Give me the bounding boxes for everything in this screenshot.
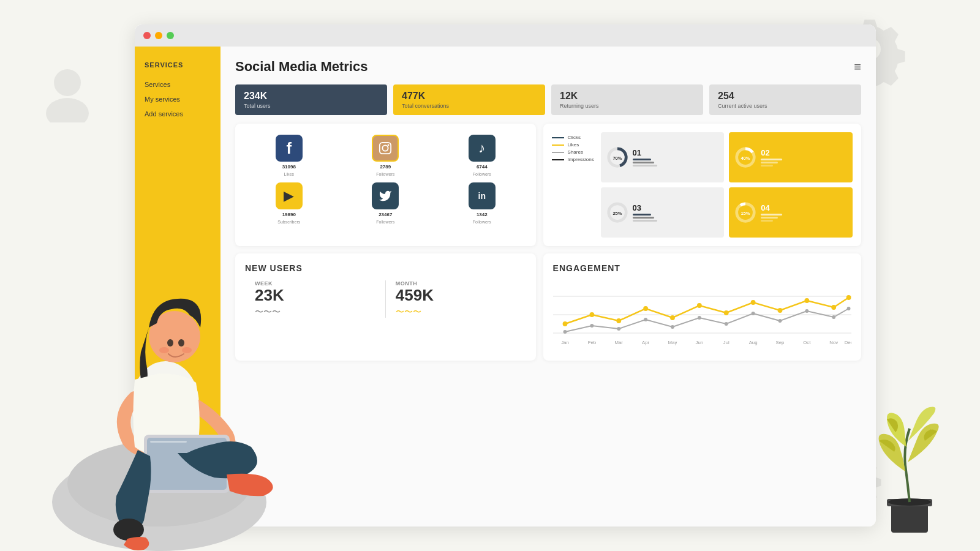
svg-point-26	[670, 315, 675, 320]
svg-text:Jun: Jun	[695, 340, 703, 345]
social-item-linkedin: in 1342 Followers	[437, 182, 527, 224]
tiktok-label: Followers	[473, 172, 491, 176]
svg-point-29	[750, 300, 755, 305]
month-stat-col: MONTH 459K 〜〜〜	[386, 280, 526, 318]
svg-point-27	[696, 303, 701, 308]
linkedin-count: 1342	[477, 212, 488, 217]
svg-point-37	[644, 318, 647, 321]
svg-point-45	[846, 307, 850, 310]
social-item-facebook: f 31098 Likes	[244, 135, 334, 176]
social-item-twitter: 23467 Followers	[341, 182, 431, 224]
svg-point-39	[697, 316, 701, 320]
svg-text:Mar: Mar	[614, 340, 623, 345]
facebook-count: 31098	[282, 164, 296, 170]
stat-card-active: 254 Current active users	[709, 84, 861, 115]
sidebar-title: SERVICES	[145, 61, 211, 69]
svg-point-24	[616, 318, 621, 323]
legend-line-shares	[552, 152, 564, 153]
svg-text:May: May	[668, 340, 677, 345]
legend: Clicks Likes Shares Impressions	[552, 132, 595, 233]
svg-point-33	[846, 295, 851, 300]
svg-point-42	[778, 319, 782, 323]
plant-illustration	[864, 398, 956, 533]
donut-cell-04: 15% 04	[729, 187, 853, 238]
svg-text:Sep: Sep	[775, 340, 784, 345]
sidebar-item-add-services[interactable]: Add services	[145, 110, 211, 118]
instagram-icon	[372, 135, 399, 162]
engagement-chart-svg: Jan Feb Mar Apr May Jun Jul Aug Sep Oct …	[553, 278, 851, 345]
month-trend-icon: 〜〜〜	[396, 307, 516, 318]
svg-text:Jul: Jul	[723, 340, 729, 345]
svg-point-43	[805, 309, 809, 313]
donut-cell-02: 40% 02	[729, 132, 853, 182]
donut-chart-01: 70%	[606, 146, 629, 169]
svg-point-34	[563, 330, 567, 334]
svg-point-31	[804, 298, 809, 303]
stat-number-total-users: 234K	[244, 91, 379, 102]
middle-panels-row: f 31098 Likes 2789 Followers ♪	[235, 124, 861, 246]
donut-num-03: 03	[633, 203, 657, 212]
twitter-icon	[372, 182, 399, 209]
metrics-panel: Clicks Likes Shares Impressions	[543, 124, 861, 246]
donut-num-04: 04	[761, 203, 782, 212]
window-close-dot[interactable]	[143, 32, 151, 39]
legend-line-impressions	[552, 159, 564, 160]
donut-cell-03: 25% 03	[601, 187, 725, 238]
stat-label-active: Current active users	[718, 103, 853, 109]
hamburger-menu-icon[interactable]: ≡	[854, 60, 861, 74]
svg-text:Apr: Apr	[642, 340, 649, 345]
svg-text:40%: 40%	[741, 156, 750, 161]
stat-number-returning: 12K	[560, 91, 695, 102]
svg-point-41	[751, 312, 755, 315]
svg-point-25	[643, 306, 648, 311]
social-item-tiktok: ♪ 6744 Followers	[437, 135, 527, 176]
instagram-label: Followers	[376, 172, 394, 176]
stat-card-conversations: 477K Total conversations	[393, 84, 545, 115]
sidebar-item-services[interactable]: Services	[145, 81, 211, 88]
svg-text:Feb: Feb	[587, 340, 596, 345]
svg-rect-4	[380, 143, 391, 154]
svg-text:Nov: Nov	[829, 340, 838, 345]
avatar-icon-left	[37, 61, 98, 122]
donut-cell-01: 70% 01	[601, 132, 725, 182]
bottom-panels-row: NEW USERS WEEK 23K 〜〜〜 MONTH 459K 〜〜〜	[235, 253, 861, 361]
svg-point-64	[159, 347, 169, 353]
svg-point-65	[182, 347, 192, 353]
twitter-count: 23467	[379, 212, 392, 217]
stat-card-returning: 12K Returning users	[551, 84, 703, 115]
header-row: Social Media Metrics ≡	[235, 59, 861, 75]
svg-point-5	[383, 145, 388, 151]
svg-point-63	[178, 339, 184, 347]
svg-point-32	[831, 305, 836, 310]
svg-rect-68	[150, 441, 187, 443]
tiktok-icon: ♪	[469, 135, 496, 162]
svg-point-23	[589, 312, 594, 317]
engagement-title: ENGAGEMENT	[553, 263, 851, 273]
donut-chart-03: 25%	[606, 201, 629, 224]
engagement-panel: ENGAGEMENT	[543, 253, 861, 361]
legend-impressions: Impressions	[552, 157, 595, 162]
donut-chart-04: 15%	[734, 201, 757, 224]
donut-num-02: 02	[761, 148, 782, 157]
legend-line-likes	[552, 144, 564, 146]
svg-text:Dec: Dec	[844, 340, 851, 345]
donut-chart-02: 40%	[734, 146, 757, 169]
svg-text:70%: 70%	[612, 156, 622, 161]
person-illustration	[37, 196, 294, 551]
month-value: 459K	[396, 287, 516, 304]
stat-label-conversations: Total conversations	[402, 103, 537, 109]
browser-chrome	[135, 24, 876, 47]
svg-point-35	[590, 324, 594, 328]
window-maximize-dot[interactable]	[167, 32, 174, 39]
stat-card-total-users: 234K Total users	[235, 84, 387, 115]
svg-point-38	[671, 325, 674, 329]
page-title: Social Media Metrics	[235, 59, 368, 75]
window-minimize-dot[interactable]	[155, 32, 162, 39]
stat-label-returning: Returning users	[560, 103, 695, 109]
svg-point-22	[562, 321, 567, 326]
svg-rect-70	[891, 502, 928, 533]
linkedin-label: Followers	[473, 220, 491, 224]
svg-point-1	[46, 98, 89, 122]
sidebar-item-my-services[interactable]: My services	[145, 96, 211, 103]
social-item-instagram: 2789 Followers	[341, 135, 431, 176]
